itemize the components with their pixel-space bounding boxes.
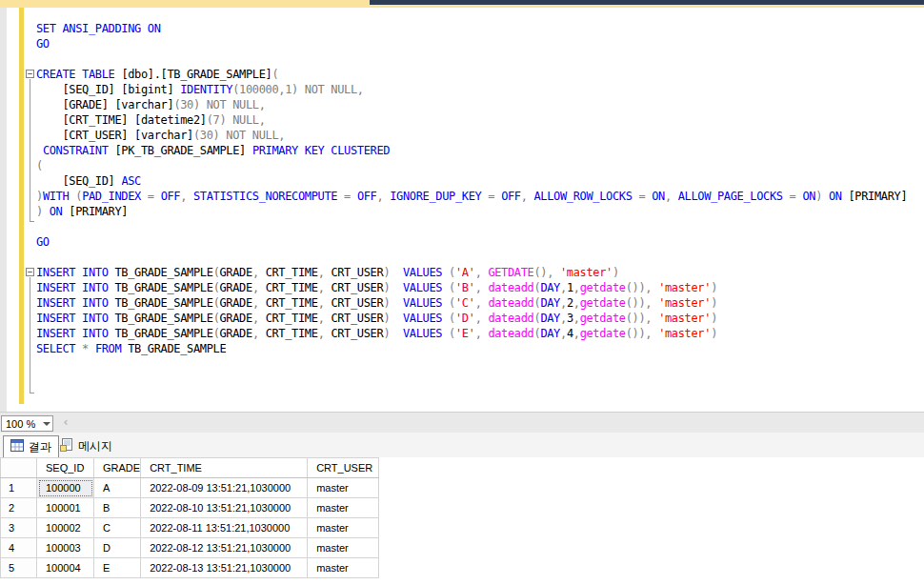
code-line[interactable]: [CRT_USER] [varchar](30) NOT NULL, (36, 128, 907, 143)
code-line[interactable]: INSERT INTO TB_GRADE_SAMPLE(GRADE, CRT_T… (36, 326, 907, 341)
hscroll-left-arrow-icon[interactable]: ‹ (59, 414, 72, 431)
change-tracking-bar (19, 8, 24, 404)
editor-bottom-bar: 100 % ‹ (0, 412, 924, 433)
code-line[interactable]: GO (36, 234, 907, 250)
grid-cell[interactable]: master (308, 558, 379, 578)
grid-cell[interactable]: 2022-08-13 13:51:21,1030000 (141, 558, 308, 578)
tab-results-label: 결과 (29, 439, 51, 455)
grid-cell[interactable]: 100000 (37, 478, 94, 498)
grid-cell[interactable]: master (308, 478, 379, 498)
zoom-level-dropdown[interactable]: 100 % (1, 415, 53, 432)
zoom-level-value: 100 % (6, 418, 35, 430)
grid-cell[interactable]: E (94, 558, 141, 578)
code-line[interactable] (36, 250, 907, 265)
code-line[interactable]: CREATE TABLE [dbo].[TB_GRADE_SAMPLE]( (36, 67, 907, 82)
messages-icon (60, 438, 73, 454)
select-all-corner[interactable] (1, 458, 37, 478)
table-row: 2100001B2022-08-10 13:51:21,1030000maste… (1, 498, 379, 518)
code-line[interactable]: CONSTRAINT [PK_TB_GRADE_SAMPLE] PRIMARY … (36, 143, 907, 158)
grid-cell[interactable]: 100001 (37, 498, 94, 518)
grid-cell[interactable]: 2022-08-10 13:51:21,1030000 (141, 498, 308, 518)
row-header[interactable]: 1 (1, 478, 37, 498)
code-line[interactable]: )WITH (PAD_INDEX = OFF, STATISTICS_NOREC… (36, 189, 907, 204)
grid-cell[interactable]: 100003 (37, 538, 94, 558)
table-row: 5100004E2022-08-13 13:51:21,1030000maste… (1, 558, 379, 578)
column-header[interactable]: GRADE (94, 458, 141, 478)
column-header[interactable]: CRT_TIME (141, 458, 308, 478)
collapse-region-line-create (30, 79, 34, 222)
grid-cell[interactable]: 2022-08-12 13:51:21,1030000 (141, 538, 308, 558)
code-line[interactable]: [CRT_TIME] [datetime2](7) NULL, (36, 112, 907, 128)
collapse-toggle-insert-block[interactable]: − (26, 268, 34, 276)
code-line[interactable]: [GRADE] [varchar](30) NOT NULL, (36, 97, 907, 112)
sql-editor[interactable]: − − SET ANSI_PADDING ONGOCREATE TABLE [d… (0, 8, 924, 412)
table-row: 3100002C2022-08-11 13:51:21,1030000maste… (1, 518, 379, 538)
table-row: 4100003D2022-08-12 13:51:21,1030000maste… (1, 538, 379, 558)
row-header[interactable]: 5 (1, 558, 37, 578)
code-line[interactable]: SELECT * FROM TB_GRADE_SAMPLE (36, 341, 907, 356)
code-line[interactable]: [SEQ_ID] ASC (36, 173, 907, 189)
grid-cell[interactable]: master (308, 518, 379, 538)
table-row: 1100000A2022-08-09 13:51:21,1030000maste… (1, 478, 379, 498)
code-line[interactable]: INSERT INTO TB_GRADE_SAMPLE(GRADE, CRT_T… (36, 311, 907, 326)
grid-cell[interactable]: B (94, 498, 141, 518)
ssms-window: − − SET ANSI_PADDING ONGOCREATE TABLE [d… (0, 0, 924, 585)
document-tabstrip (0, 0, 924, 8)
grid-cell[interactable]: C (94, 518, 141, 538)
collapse-region-line-insert (30, 277, 34, 393)
row-header[interactable]: 4 (1, 538, 37, 558)
code-line[interactable] (36, 51, 907, 67)
grid-cell[interactable]: 2022-08-09 13:51:21,1030000 (141, 478, 308, 498)
row-header[interactable]: 3 (1, 518, 37, 538)
grid-cell[interactable]: A (94, 478, 141, 498)
grid-body: 1100000A2022-08-09 13:51:21,1030000maste… (1, 478, 379, 578)
grid-cell[interactable]: master (308, 498, 379, 518)
code-line[interactable]: ( (36, 158, 907, 173)
results-pane-tabs: 결과 메시지 (0, 433, 924, 457)
grid-cell[interactable]: master (308, 538, 379, 558)
document-tabstrip-dark-segment (370, 0, 924, 5)
code-line[interactable]: SET ANSI_PADDING ON (36, 21, 907, 36)
grid-cell[interactable]: 100002 (37, 518, 94, 538)
results-grid-icon (10, 439, 24, 454)
column-header[interactable]: SEQ_ID (37, 458, 94, 478)
code-line[interactable]: INSERT INTO TB_GRADE_SAMPLE(GRADE, CRT_T… (36, 265, 907, 280)
row-header[interactable]: 2 (1, 498, 37, 518)
collapse-toggle-create-table[interactable]: − (26, 70, 34, 78)
tab-messages[interactable]: 메시지 (53, 435, 119, 457)
chevron-down-icon (43, 422, 50, 426)
grid-header-row: SEQ_IDGRADECRT_TIMECRT_USER (1, 458, 379, 478)
column-header[interactable]: CRT_USER (308, 458, 379, 478)
tab-results[interactable]: 결과 (3, 435, 59, 457)
grid-cell[interactable]: 100004 (37, 558, 94, 578)
code-line[interactable]: INSERT INTO TB_GRADE_SAMPLE(GRADE, CRT_T… (36, 280, 907, 295)
code-line[interactable]: ) ON [PRIMARY] (36, 204, 907, 219)
tab-messages-label: 메시지 (78, 438, 112, 454)
editor-icon-gutter (0, 8, 7, 412)
results-grid: SEQ_IDGRADECRT_TIMECRT_USER 1100000A2022… (0, 457, 379, 578)
code-editor[interactable]: SET ANSI_PADDING ONGOCREATE TABLE [dbo].… (36, 21, 907, 356)
grid-cell[interactable]: D (94, 538, 141, 558)
code-line[interactable] (36, 219, 907, 234)
code-line[interactable]: [SEQ_ID] [bigint] IDENTITY(100000,1) NOT… (36, 82, 907, 97)
code-line[interactable]: GO (36, 36, 907, 51)
grid-cell[interactable]: 2022-08-11 13:51:21,1030000 (141, 518, 308, 538)
code-line[interactable]: INSERT INTO TB_GRADE_SAMPLE(GRADE, CRT_T… (36, 295, 907, 311)
